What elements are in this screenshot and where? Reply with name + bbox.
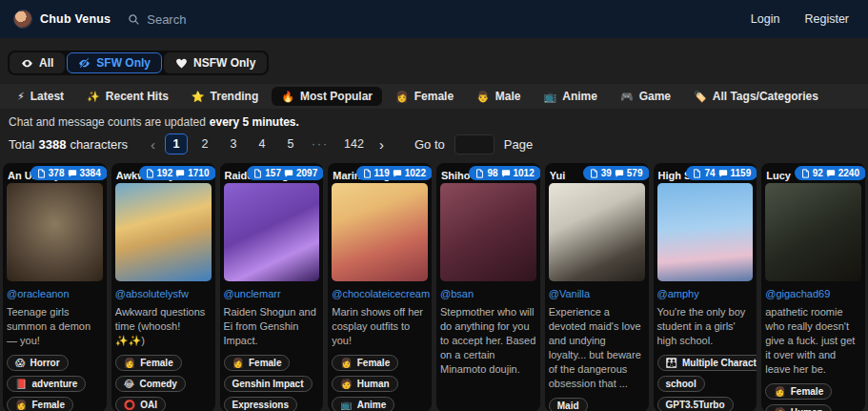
next-page-button[interactable]: › [373,136,390,153]
character-card[interactable]: High School S 74 1159 @amphy You're the … [654,163,757,411]
tag-label: OAI [140,400,157,410]
tab-game[interactable]: 🎮Game [611,87,680,106]
tab-female[interactable]: 👩Female [386,87,463,106]
card-author[interactable]: @Vanilla [549,288,645,299]
tag-chip[interactable]: 👩Female [7,397,73,411]
tag-chip[interactable]: 🧑Human [332,376,397,392]
card-image[interactable] [115,183,212,281]
tab-male[interactable]: 👨Male [467,87,530,106]
tab-all-tags-categories[interactable]: 🏷️All Tags/Categories [684,87,828,106]
notice-bold-text: every 5 minutes. [210,115,299,129]
tag-chip[interactable]: 👩Female [765,383,832,400]
tag-label: Genshin Impact [232,379,304,389]
tab-latest[interactable]: ⚡Latest [8,87,73,106]
message-count: 1159 [731,168,752,178]
character-card[interactable]: Awkward Qu 192 1710 @absolutelysfw Awkwa… [111,163,215,411]
login-link[interactable]: Login [751,12,780,26]
filter-all-button[interactable]: All [10,52,65,73]
page-button-4[interactable]: 4 [251,134,273,154]
card-author[interactable]: @gigachad69 [765,288,861,299]
tab-label: Female [414,90,454,103]
character-card[interactable]: Shiho 98 1012 @bsan Stepmother who will … [436,163,540,411]
tag-chip[interactable]: 📺Anime [332,397,394,411]
card-image[interactable] [765,183,861,281]
search-button[interactable]: Search [128,12,186,27]
card-author[interactable]: @bsan [440,288,536,299]
tab-recent-hits[interactable]: ✨Recent Hits [77,87,178,106]
card-tags: MaidYandere [549,398,645,411]
tag-label: Human [791,407,823,411]
character-card[interactable]: Yui 39 579 @Vanilla Experience a devoted… [545,163,649,411]
tag-chip[interactable]: 🧑Human [765,404,831,411]
goto-page-input[interactable] [454,134,495,154]
tab-most-popular[interactable]: 🔥Most Popular [272,87,382,106]
book-icon: 📕 [15,379,27,389]
page-button-142[interactable]: 142 [338,134,370,154]
card-image[interactable] [440,183,536,281]
tag-chip[interactable]: ⭕OAI [115,397,166,411]
tag-chip[interactable]: school [657,376,705,392]
search-icon [128,13,140,26]
message-icon [826,169,836,178]
register-link[interactable]: Register [804,12,849,26]
tag-chip[interactable]: 👪Multiple Characters [657,355,757,371]
tab-trending[interactable]: ⭐Trending [182,87,268,106]
total-count: 3388 [38,137,66,152]
card-image[interactable] [332,183,428,281]
card-author[interactable]: @absolutelysfw [115,288,212,299]
tag-label: school [666,379,696,389]
token-count: 98 [487,168,497,178]
filter-nsfw-button[interactable]: NSFW Only [164,52,267,73]
page-label: Page [504,137,533,152]
token-count: 39 [601,168,612,178]
filter-sfw-button[interactable]: SFW Only [67,52,162,73]
page-button-2[interactable]: 2 [193,134,216,154]
card-author[interactable]: @amphy [657,288,754,299]
character-card[interactable]: Marin Kitaga 119 1022 @chocolateicecream… [328,163,432,411]
tags-icon: 🏷️ [694,91,707,103]
tab-label: Game [639,90,671,103]
page-button-3[interactable]: 3 [222,134,245,154]
card-author[interactable]: @unclemarr [224,288,320,299]
message-count: 1710 [188,168,209,178]
character-card[interactable]: An Unholy P 378 3384 @oracleanon Teenage… [3,163,107,411]
character-card[interactable]: Lucy 92 2240 @gigachad69 apathetic roomi… [761,163,865,411]
tag-chip[interactable]: 👩Female [224,355,291,371]
tag-label: Human [357,379,390,389]
card-author[interactable]: @oracleanon [7,288,103,299]
page-ellipsis: ··· [308,137,333,151]
tag-chip[interactable]: Genshin Impact [224,376,313,392]
page-button-5[interactable]: 5 [279,134,302,154]
token-icon [146,169,154,178]
tag-chip[interactable]: 👩Female [115,355,182,371]
tag-chip[interactable]: 😂Comedy [115,376,186,392]
tag-chip[interactable]: Maid [549,398,588,411]
tab-label: Anime [562,90,597,103]
tab-anime[interactable]: 📺Anime [535,87,607,106]
brand[interactable]: Chub Venus [13,10,111,29]
main-content: All SFW Only NSFW Only ⚡Latest✨Recent Hi… [0,38,868,411]
tag-chip[interactable]: Expressions [224,397,297,411]
tag-chip[interactable]: 👩Female [332,355,398,371]
tag-chip[interactable]: GPT3.5Turbo [657,397,734,411]
message-icon [615,169,624,178]
tag-chip[interactable]: 📕adventure [7,376,86,392]
tag-chip[interactable]: 😱Horror [7,355,69,371]
goto-page: Go to Page [414,134,533,154]
card-tags: 😱Horror📕adventure👩Female😂Comedy [7,355,103,411]
prev-page-button[interactable]: ‹ [145,136,161,153]
card-image[interactable] [7,183,103,281]
character-card[interactable]: Raiden Shog 157 2097 @unclemarr Raiden S… [220,163,324,411]
card-image[interactable] [657,183,754,281]
page-button-1[interactable]: 1 [165,134,188,154]
card-image[interactable] [549,183,645,281]
card-tags: 👩Female🧑Humanemotionlessdead fish [765,383,861,411]
card-author[interactable]: @chocolateicecream [332,288,428,299]
tag-label: Expressions [232,400,289,410]
card-image[interactable] [224,183,320,281]
brand-logo-icon [13,10,32,29]
multiple-characters-icon: 👪 [666,358,677,368]
human-icon: 🧑 [774,407,785,411]
male-icon: 👨 [476,91,490,103]
female-icon: 👩 [340,358,352,368]
